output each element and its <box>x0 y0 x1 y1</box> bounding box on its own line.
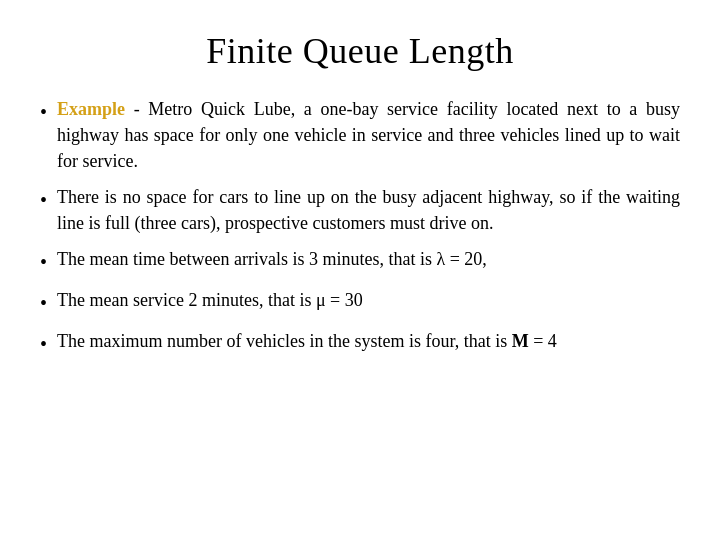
bullet-symbol: • <box>40 330 47 359</box>
bullet-text-2: There is no space for cars to line up on… <box>57 184 680 236</box>
bullet-text-4: The mean service 2 minutes, that is μ = … <box>57 287 680 313</box>
bullet-text-3: The mean time between arrivals is 3 minu… <box>57 246 680 272</box>
bullet-symbol: • <box>40 289 47 318</box>
list-item: • The maximum number of vehicles in the … <box>40 328 680 359</box>
list-item: • Example - Metro Quick Lube, a one-bay … <box>40 96 680 174</box>
example-label: Example <box>57 99 125 119</box>
bullet-text-5: The maximum number of vehicles in the sy… <box>57 328 680 354</box>
page-title: Finite Queue Length <box>206 30 513 72</box>
var-m: M <box>512 331 529 351</box>
list-item: • The mean time between arrivals is 3 mi… <box>40 246 680 277</box>
content-area: • Example - Metro Quick Lube, a one-bay … <box>40 96 680 369</box>
bullet-list: • Example - Metro Quick Lube, a one-bay … <box>40 96 680 359</box>
list-item: • There is no space for cars to line up … <box>40 184 680 236</box>
bullet-symbol: • <box>40 98 47 127</box>
bullet-symbol: • <box>40 248 47 277</box>
bullet-symbol: • <box>40 186 47 215</box>
bullet-text-1: Example - Metro Quick Lube, a one-bay se… <box>57 96 680 174</box>
list-item: • The mean service 2 minutes, that is μ … <box>40 287 680 318</box>
bullet-1-text: - Metro Quick Lube, a one-bay service fa… <box>57 99 680 171</box>
